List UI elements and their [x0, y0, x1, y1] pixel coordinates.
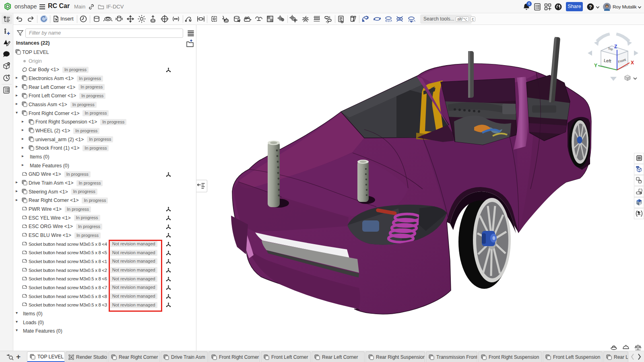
svg-text:Y: Y [594, 63, 597, 68]
svg-text:Z: Z [614, 44, 617, 49]
svg-text:?: ? [589, 4, 592, 10]
svg-text:X: X [631, 60, 634, 66]
svg-text:Left: Left [604, 58, 612, 64]
